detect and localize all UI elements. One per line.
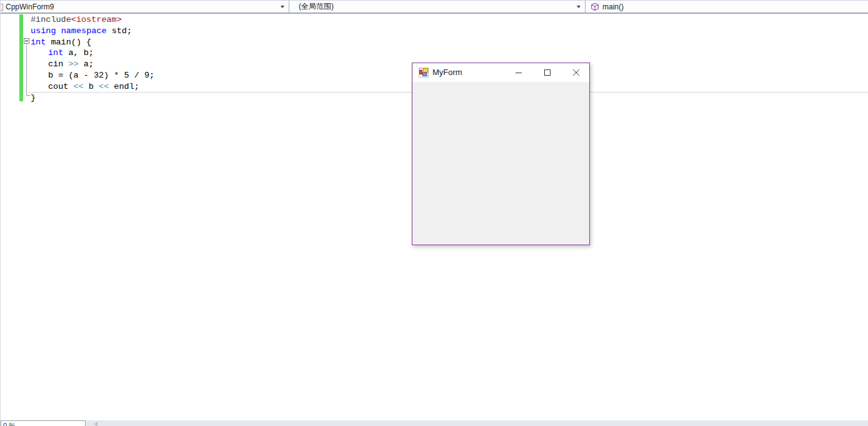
project-dropdown-label: CppWinForm9 (6, 3, 54, 11)
code-line[interactable]: #include<iostream> (1, 14, 868, 26)
scope-dropdown-label: (全局范围) (299, 1, 334, 12)
vs-editor-screen: CppWinForm9 (全局范围) main() # (0, 0, 868, 426)
designer-window-title: MyForm (432, 63, 462, 82)
member-dropdown[interactable]: main() (585, 1, 868, 13)
maximize-button[interactable] (538, 66, 557, 79)
navigation-bar: CppWinForm9 (全局范围) main() (1, 0, 868, 14)
code-line[interactable]: int main() { (1, 37, 868, 48)
code-line[interactable]: using namespace std; (1, 26, 868, 37)
project-icon (1, 4, 3, 11)
close-button[interactable] (567, 66, 586, 79)
member-dropdown-label: main() (602, 3, 624, 11)
chevron-down-icon[interactable] (577, 6, 581, 8)
editor-zoom-value: 0 % (3, 422, 15, 426)
editor-zoom-control[interactable]: 0 % (1, 420, 86, 426)
designer-window[interactable]: MyForm (412, 63, 590, 245)
horizontal-scrollbar[interactable]: 0 % (1, 420, 868, 426)
minimize-button[interactable] (509, 66, 528, 79)
scroll-left-arrow-icon[interactable] (94, 422, 97, 426)
code-line[interactable]: int a, b; (1, 48, 868, 59)
method-icon (591, 3, 599, 11)
winforms-app-icon (419, 68, 429, 78)
designer-window-titlebar[interactable]: MyForm (412, 63, 589, 82)
scope-dropdown[interactable]: (全局范围) (289, 1, 585, 13)
chevron-down-icon[interactable] (281, 6, 284, 8)
project-dropdown[interactable]: CppWinForm9 (1, 1, 289, 13)
designer-form-surface[interactable] (412, 82, 589, 245)
